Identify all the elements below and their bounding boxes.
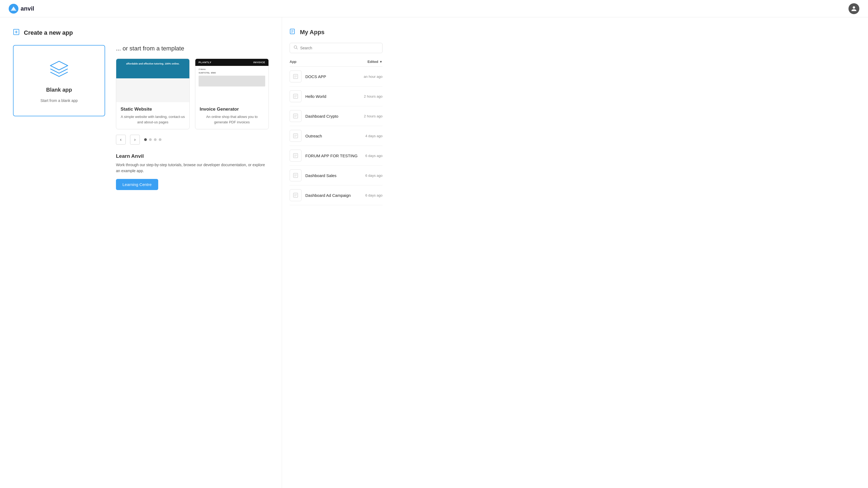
carousel-dot-4[interactable] (159, 138, 161, 141)
invoice-header-bar: PLANTLY INVOICE (195, 59, 269, 66)
app-name-2: Dashboard Crypto (305, 114, 338, 118)
search-box[interactable] (289, 43, 382, 53)
template-desc-invoice: An online shop that allows you to genera… (200, 114, 264, 125)
app-item-1[interactable]: Hello World 2 hours ago (289, 86, 382, 106)
app-thumb-5 (289, 169, 302, 181)
logo[interactable]: anvil (9, 4, 34, 13)
learn-title: Learn Anvil (116, 153, 269, 159)
user-avatar-button[interactable] (848, 3, 859, 14)
blank-app-subtitle: Start from a blank app (40, 98, 78, 103)
search-input[interactable] (300, 46, 378, 50)
app-item-0[interactable]: DOCS APP an hour ago (289, 67, 382, 86)
my-apps-icon (289, 28, 297, 36)
app-name-3: Outreach (305, 134, 322, 138)
main-layout: Create a new app Blank app Start from a … (0, 17, 868, 488)
col-app-label: App (289, 60, 297, 64)
sidebar-header: My Apps (289, 28, 382, 36)
app-edited-1: 2 hours ago (364, 94, 382, 98)
content-area: Create a new app Blank app Start from a … (0, 17, 282, 488)
app-edited-0: an hour ago (364, 75, 382, 79)
app-thumb-0 (289, 70, 302, 82)
template-name-invoice: Invoice Generator (200, 107, 264, 112)
anvil-logo-icon (9, 4, 19, 13)
invoice-preview: PLANTLY INVOICE 2 items SUBTOTAL: $580 (195, 59, 269, 102)
create-app-icon (13, 28, 21, 37)
app-item-5[interactable]: Dashboard Sales 6 days ago (289, 166, 382, 185)
person-icon (851, 6, 857, 12)
app-edited-2: 2 hours ago (364, 114, 382, 118)
svg-marker-4 (51, 61, 68, 70)
apps-table-header: App Edited ▼ (289, 60, 382, 67)
search-icon (294, 45, 298, 51)
app-thumb-6 (289, 189, 302, 201)
app-item-left-6: Dashboard Ad Campaign (289, 189, 351, 201)
svg-line-10 (297, 48, 298, 49)
invoice-line-2: SUBTOTAL: $580 (198, 71, 265, 74)
header: anvil (0, 0, 868, 17)
invoice-label: INVOICE (253, 61, 265, 64)
app-item-left-2: Dashboard Crypto (289, 110, 338, 122)
template-thumb-invoice: PLANTLY INVOICE 2 items SUBTOTAL: $580 (195, 59, 269, 102)
app-edited-4: 6 days ago (365, 154, 382, 158)
app-name-4: FORUM APP FOR TESTING (305, 153, 358, 158)
app-item-left-1: Hello World (289, 90, 326, 102)
app-edited-3: 4 days ago (365, 134, 382, 138)
template-desc-static: A simple website with landing, contact-u… (121, 114, 185, 125)
invoice-line-1: 2 items (198, 68, 265, 70)
logo-text: anvil (21, 5, 34, 12)
col-edited-label[interactable]: Edited ▼ (367, 60, 382, 64)
static-preview-tagline: affordable and effective tutoring. 100% … (126, 62, 179, 66)
app-item-left-5: Dashboard Sales (289, 169, 337, 181)
carousel-controls: ‹ › (116, 135, 269, 144)
blank-app-title: Blank app (46, 87, 72, 93)
app-thumb-2 (289, 110, 302, 122)
apps-sidebar: My Apps App Edited ▼ (282, 17, 390, 488)
app-edited-6: 6 days ago (365, 193, 382, 197)
layers-icon (48, 59, 70, 81)
app-item-3[interactable]: Outreach 4 days ago (289, 126, 382, 146)
template-thumb-static: affordable and effective tutoring. 100% … (116, 59, 189, 102)
carousel-prev-button[interactable]: ‹ (116, 135, 126, 144)
blank-app-card[interactable]: Blank app Start from a blank app (13, 45, 105, 116)
app-item-4[interactable]: FORUM APP FOR TESTING 6 days ago (289, 146, 382, 166)
template-heading: ... or start from a template (116, 45, 269, 52)
app-item-2[interactable]: Dashboard Crypto 2 hours ago (289, 106, 382, 126)
template-cards: affordable and effective tutoring. 100% … (116, 59, 269, 129)
app-thumb-3 (289, 130, 302, 142)
my-apps-title: My Apps (300, 29, 324, 36)
app-name-0: DOCS APP (305, 74, 326, 79)
app-name-1: Hello World (305, 94, 326, 99)
invoice-body: 2 items SUBTOTAL: $580 (195, 66, 269, 102)
app-thumb-4 (289, 150, 302, 162)
template-card-static[interactable]: affordable and effective tutoring. 100% … (116, 59, 190, 129)
app-list: DOCS APP an hour ago Hello World 2 hours… (289, 67, 382, 205)
template-section: ... or start from a template affordable … (116, 45, 269, 190)
app-item-6[interactable]: Dashboard Ad Campaign 6 days ago (289, 185, 382, 205)
carousel-dot-3[interactable] (154, 138, 157, 141)
invoice-brand: PLANTLY (198, 61, 212, 64)
carousel-dot-1[interactable] (144, 138, 147, 141)
create-section-heading: Create a new app (24, 29, 73, 36)
app-item-left-4: FORUM APP FOR TESTING (289, 150, 358, 162)
create-section-title: Create a new app (13, 28, 269, 37)
create-left: Blank app Start from a blank app (13, 45, 105, 116)
learning-centre-button[interactable]: Learning Centre (116, 179, 158, 190)
app-item-left-3: Outreach (289, 130, 322, 142)
template-card-invoice[interactable]: PLANTLY INVOICE 2 items SUBTOTAL: $580 (195, 59, 269, 129)
carousel-dot-2[interactable] (149, 138, 152, 141)
template-info-static: Static Website A simple website with lan… (116, 102, 189, 129)
create-section-body: Blank app Start from a blank app ... or … (13, 45, 269, 190)
app-name-6: Dashboard Ad Campaign (305, 193, 351, 198)
app-item-left-0: DOCS APP (289, 70, 326, 82)
app-thumb-1 (289, 90, 302, 102)
app-edited-5: 6 days ago (365, 173, 382, 178)
invoice-img (198, 76, 265, 86)
carousel-dots (144, 138, 161, 141)
learn-section: Learn Anvil Work through our step-by-ste… (116, 153, 269, 190)
carousel-next-button[interactable]: › (130, 135, 140, 144)
sort-arrow-icon: ▼ (379, 60, 382, 64)
static-preview: affordable and effective tutoring. 100% … (116, 59, 189, 102)
template-info-invoice: Invoice Generator An online shop that al… (195, 102, 269, 129)
template-name-static: Static Website (121, 107, 185, 112)
learn-description: Work through our step-by-step tutorials,… (116, 162, 269, 174)
